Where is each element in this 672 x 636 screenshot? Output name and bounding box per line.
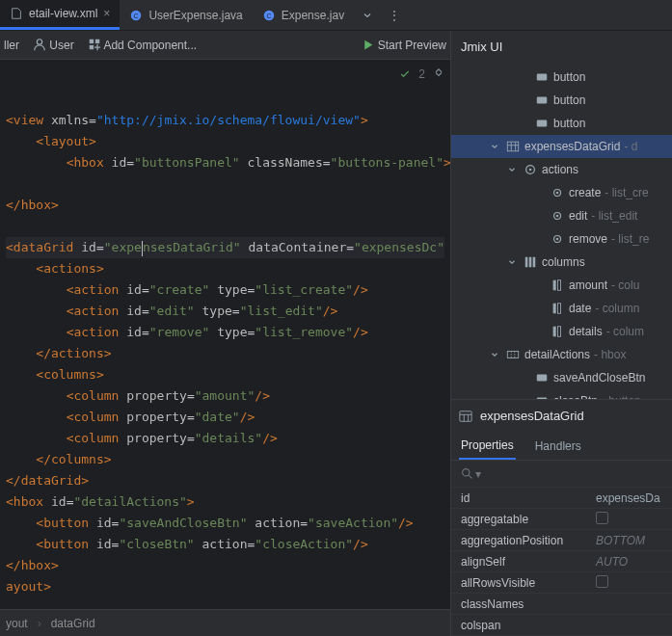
editor-tabs: etail-view.xml×CUserExpense.javaCExpense… (0, 0, 672, 31)
breadcrumb-item[interactable]: yout (6, 617, 28, 630)
tree-item[interactable]: actions (451, 158, 672, 181)
chevron-right-icon: › (38, 617, 41, 630)
inspections-widget[interactable]: 2 (399, 64, 444, 85)
svg-point-13 (529, 169, 532, 172)
tree-item[interactable]: edit - list_edit (451, 204, 672, 227)
svg-text:C: C (266, 12, 271, 18)
tree-item[interactable]: columns (451, 251, 672, 274)
svg-rect-8 (537, 74, 548, 81)
gear-icon (523, 163, 538, 176)
add-component-button[interactable]: Add Component... (88, 38, 197, 52)
property-row[interactable]: aggregationPositionBOTTOM (451, 530, 672, 551)
checkbox[interactable] (596, 575, 608, 588)
svg-rect-9 (537, 97, 548, 104)
property-row[interactable]: allRowsVisible (451, 572, 672, 594)
svg-point-33 (463, 469, 470, 476)
property-row[interactable]: idexpensesDa (451, 488, 672, 509)
tree-item[interactable]: button (451, 112, 672, 135)
file-icon: C (262, 9, 276, 22)
inspector-header: expensesDataGrid (451, 399, 672, 432)
svg-rect-20 (525, 257, 528, 268)
svg-rect-32 (460, 411, 471, 421)
tab-handlers[interactable]: Handlers (533, 432, 583, 460)
tree-item[interactable]: saveAndCloseBtn (451, 366, 672, 389)
svg-rect-7 (89, 45, 93, 49)
col-icon (550, 325, 565, 338)
svg-rect-21 (529, 257, 532, 268)
tree-item[interactable]: remove - list_re (451, 227, 672, 251)
tree-item[interactable]: expensesDataGrid - d (451, 135, 672, 158)
col-icon (550, 278, 565, 292)
tree-item[interactable]: details - colum (451, 320, 672, 343)
property-row[interactable]: alignSelfAUTO (451, 551, 672, 572)
property-row[interactable]: aggregatable (451, 509, 672, 530)
tree-item[interactable]: date - column (451, 297, 672, 320)
file-icon: C (129, 9, 143, 22)
user-button[interactable]: User (33, 38, 74, 52)
expand-arrow-icon[interactable] (488, 142, 501, 151)
box-icon (534, 70, 550, 84)
svg-text:C: C (134, 12, 139, 18)
close-icon[interactable]: × (103, 7, 110, 20)
jmix-ui-panel: Jmix UI buttonbuttonbuttonexpensesDataGr… (450, 31, 672, 636)
tree-item[interactable]: closeBtn - button (451, 389, 672, 399)
svg-rect-6 (95, 40, 99, 43)
svg-rect-11 (507, 142, 518, 151)
property-row[interactable]: colspan (451, 615, 672, 636)
component-tree[interactable]: buttonbuttonbuttonexpensesDataGrid - dac… (451, 62, 672, 399)
svg-rect-10 (537, 120, 548, 127)
svg-rect-23 (553, 280, 556, 291)
box-icon (534, 93, 550, 107)
start-preview-button[interactable]: Start Preview (362, 39, 446, 52)
svg-rect-25 (553, 304, 556, 314)
svg-point-17 (556, 215, 559, 218)
editor-toolbar: ller User Add Component... Start Preview (0, 31, 450, 60)
file-icon (10, 7, 23, 20)
svg-rect-28 (557, 327, 560, 337)
inspector-tabs: Properties Handlers (451, 432, 672, 461)
tree-item[interactable]: detailActions - hbox (451, 343, 672, 366)
controller-button[interactable]: ller (4, 39, 19, 52)
box-icon (534, 117, 550, 130)
svg-rect-5 (89, 40, 93, 43)
grid-icon (505, 140, 521, 153)
svg-point-19 (556, 238, 559, 241)
code-editor[interactable]: 2 <view xmlns="http://jmix.io/schema/flo… (0, 60, 450, 609)
svg-rect-22 (533, 257, 536, 268)
svg-rect-27 (553, 327, 556, 337)
svg-rect-26 (557, 304, 560, 314)
checkbox[interactable] (596, 512, 608, 524)
property-row[interactable]: classNames (451, 594, 672, 615)
expand-arrow-icon[interactable] (488, 350, 501, 359)
breadcrumb-item[interactable]: dataGrid (51, 617, 95, 630)
cols-icon (523, 255, 538, 269)
expand-arrow-icon[interactable] (505, 257, 519, 267)
svg-point-15 (556, 192, 559, 195)
tree-item[interactable]: button (451, 66, 672, 89)
tree-item[interactable]: button (451, 89, 672, 112)
hbox-icon (505, 348, 521, 361)
panel-title: Jmix UI (451, 31, 672, 62)
dot-icon (550, 209, 565, 223)
more-icon[interactable]: ⋮ (381, 9, 408, 22)
editor-tab[interactable]: CUserExpense.java (120, 0, 252, 30)
editor-tab[interactable]: etail-view.xml× (0, 0, 120, 30)
box-icon (534, 371, 550, 384)
dot-icon (550, 232, 565, 246)
tree-item[interactable]: amount - colu (451, 274, 672, 297)
svg-point-4 (37, 40, 41, 44)
dot-icon (550, 186, 565, 199)
inspector-search[interactable]: ▾ (451, 461, 672, 488)
svg-rect-30 (537, 375, 548, 382)
editor-tab[interactable]: CExpense.jav (253, 0, 354, 30)
property-table: idexpensesDaaggregatableaggregationPosit… (451, 488, 672, 636)
svg-rect-29 (507, 352, 518, 358)
col-icon (550, 302, 565, 315)
tab-properties[interactable]: Properties (459, 432, 516, 460)
tree-item[interactable]: create - list_cre (451, 181, 672, 204)
svg-rect-24 (557, 280, 560, 291)
expand-arrow-icon[interactable] (505, 165, 519, 174)
chevron-down-icon[interactable] (354, 10, 381, 21)
breadcrumb-bar: yout › dataGrid (0, 609, 450, 636)
